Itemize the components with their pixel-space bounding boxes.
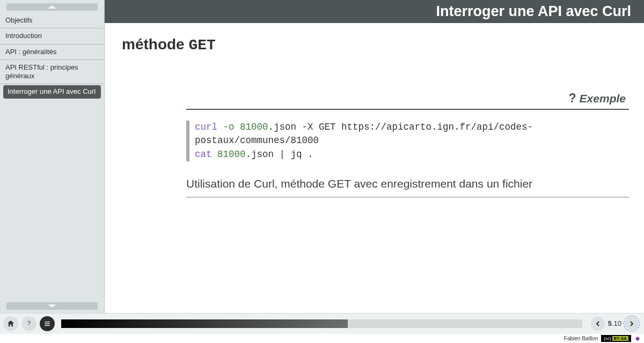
home-button[interactable] xyxy=(3,316,18,331)
page-title-bar: Interroger une API avec Curl xyxy=(105,0,644,23)
code-block: curl -o 81000.json -X GET https://apicar… xyxy=(186,121,629,161)
sidebar-scroll-up[interactable] xyxy=(6,3,98,11)
sub-footer: Fabien Baillon (cc)BY-SA xyxy=(0,333,644,343)
svg-rect-6 xyxy=(635,336,640,340)
prev-page-button[interactable] xyxy=(591,317,605,331)
example-caption: Utilisation de Curl, méthode GET avec en… xyxy=(186,176,629,198)
code-line: cat 81000.json | jq . xyxy=(186,148,629,161)
next-page-button[interactable] xyxy=(625,317,639,331)
svg-rect-4 xyxy=(45,323,49,324)
svg-marker-1 xyxy=(48,304,56,308)
content-heading: méthode GET xyxy=(122,36,629,54)
main-content: Interroger une API avec Curl méthode GET… xyxy=(105,0,644,313)
help-button[interactable]: ? xyxy=(21,316,36,331)
menu-button[interactable] xyxy=(40,316,55,331)
page-indicator: 5.10 xyxy=(607,319,623,327)
sidebar-item-api-restful[interactable]: API RESTful : principes généraux xyxy=(0,60,104,85)
license-badge: (cc)BY-SA xyxy=(601,335,631,342)
progress-fill xyxy=(61,319,348,328)
svg-text:?: ? xyxy=(27,320,31,326)
question-icon: ? xyxy=(569,91,576,105)
code-line: curl -o 81000.json -X GET https://apicar… xyxy=(186,121,629,148)
sidebar-item-interroger-api-curl[interactable]: Interroger une API avec Curl xyxy=(3,85,101,98)
sidebar-item-api-generalites[interactable]: API : généralités xyxy=(0,44,104,60)
author-name: Fabien Baillon xyxy=(564,335,598,341)
example-header: ?Exemple xyxy=(186,91,629,106)
example-divider xyxy=(186,109,629,110)
code-bar-icon xyxy=(186,148,189,161)
page-title: Interroger une API avec Curl xyxy=(436,3,631,19)
sidebar-item-objectifs[interactable]: Objectifs xyxy=(0,13,104,28)
svg-marker-0 xyxy=(48,5,56,9)
sidebar: Objectifs Introduction API : généralités… xyxy=(0,0,105,313)
sidebar-nav: Objectifs Introduction API : généralités… xyxy=(0,13,104,300)
sidebar-scroll-down[interactable] xyxy=(6,302,98,310)
progress-bar[interactable] xyxy=(61,319,582,328)
sidebar-item-introduction[interactable]: Introduction xyxy=(0,28,104,44)
svg-rect-5 xyxy=(45,325,49,325)
logo-icon xyxy=(634,335,641,342)
footer-toolbar: ? 5.10 xyxy=(0,313,644,333)
svg-rect-3 xyxy=(45,322,49,322)
code-bar-icon xyxy=(186,121,189,148)
